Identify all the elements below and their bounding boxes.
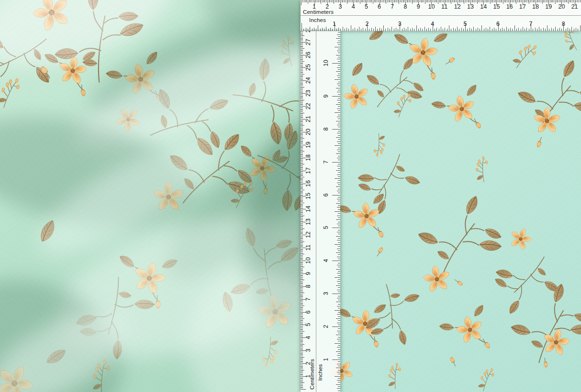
cm-tick [301, 109, 303, 109]
cm-tick [579, 0, 579, 2]
inch-tick [338, 320, 340, 321]
cm-tick [378, 0, 379, 2]
inch-number: 3 [398, 21, 402, 27]
inch-tick [469, 28, 470, 31]
cm-tick [357, 0, 358, 2]
inch-tick [338, 28, 339, 31]
inch-tick [337, 240, 340, 240]
inch-tick [338, 152, 340, 152]
cm-tick [301, 165, 303, 166]
inch-number: 4 [431, 21, 434, 27]
inch-number: 4 [323, 259, 329, 262]
cm-tick [301, 353, 303, 354]
cm-number: 5 [365, 3, 368, 10]
cm-tick [301, 238, 303, 238]
cm-tick [301, 268, 303, 269]
sprig-motif [385, 363, 404, 390]
cm-tick [301, 52, 303, 53]
inch-tick [541, 29, 541, 31]
inch-tick [414, 29, 414, 31]
cm-tick [525, 0, 525, 2]
inch-tick [338, 102, 340, 103]
cm-tick [301, 173, 303, 174]
inch-tick [338, 41, 340, 41]
cm-tick [301, 83, 303, 84]
inch-tick [336, 186, 340, 187]
cm-number: 27 [305, 39, 312, 45]
cm-tick [481, 0, 481, 2]
cm-tick [342, 0, 342, 2]
cm-tick [301, 101, 303, 101]
cm-tick [301, 317, 303, 317]
cm-tick [301, 191, 303, 192]
inch-tick [338, 308, 340, 308]
cm-tick [429, 0, 429, 2]
cm-tick [320, 0, 320, 2]
inch-tick [336, 252, 340, 253]
cm-tick [577, 0, 578, 2]
inch-tick [338, 304, 340, 305]
cm-tick [301, 140, 303, 140]
inch-tick [455, 29, 456, 31]
inch-number: 3 [323, 292, 329, 295]
inch-tick [375, 27, 376, 31]
inch-tick [337, 273, 340, 273]
cm-number: 19 [305, 142, 312, 148]
inch-tick [348, 29, 349, 31]
inch-tick [338, 36, 340, 37]
sprig-motif [261, 336, 281, 366]
cm-tick [364, 0, 364, 2]
inch-tick [484, 29, 484, 31]
cm-number: 25 [305, 64, 312, 71]
inch-tick [561, 29, 562, 31]
inch-tick [338, 209, 340, 210]
cm-tick [492, 0, 493, 2]
cm-tick [301, 266, 303, 266]
cm-tick [434, 0, 435, 2]
cm-tick [301, 200, 303, 201]
cm-tick [560, 0, 561, 2]
cm-number: 17 [305, 167, 312, 174]
cm-tick [301, 345, 303, 346]
cm-tick [301, 66, 303, 67]
inch-tick [338, 131, 340, 131]
leaf-motif [38, 218, 57, 244]
cm-tick [358, 0, 359, 2]
cm-tick [301, 125, 304, 126]
cm-tick [501, 0, 501, 2]
cm-tick [301, 134, 303, 135]
cm-tick [377, 0, 377, 2]
cm-tick [301, 131, 303, 131]
cm-tick [301, 380, 303, 381]
cm-tick [301, 34, 303, 35]
inch-tick [338, 106, 340, 107]
sprig-motif [89, 359, 113, 392]
cm-tick [492, 0, 492, 2]
ruler-divider-line [301, 15, 581, 16]
bud-motif [376, 247, 384, 257]
inch-tick [553, 29, 554, 31]
draped-fabric-photo [0, 0, 301, 392]
inch-tick [338, 333, 340, 333]
cm-tick [301, 37, 303, 37]
leaf-motif [221, 291, 235, 313]
inch-tick [336, 137, 340, 138]
cm-tick [301, 305, 304, 306]
inch-tick [338, 94, 340, 95]
inch-tick [337, 314, 340, 315]
cm-number: 16 [305, 180, 312, 187]
flowerspray-motif [436, 303, 496, 360]
inch-tick [338, 123, 340, 123]
bud-motif [536, 136, 543, 147]
inch-tick [338, 226, 340, 226]
cm-number: 9 [417, 3, 420, 10]
inch-tick [338, 164, 340, 164]
cm-tick [301, 121, 303, 122]
inch-tick [338, 361, 340, 362]
inch-tick [412, 28, 413, 31]
cm-tick [301, 347, 303, 347]
cm-tick [301, 334, 303, 334]
cm-number: 18 [532, 3, 539, 10]
inch-tick [337, 265, 340, 265]
inch-tick [337, 306, 340, 306]
